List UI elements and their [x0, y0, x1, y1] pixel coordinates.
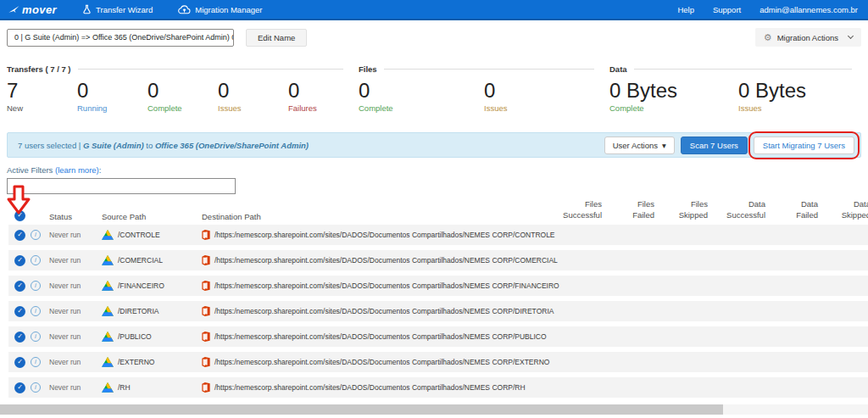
info-icon[interactable]: i [31, 230, 41, 240]
info-icon[interactable]: i [31, 357, 41, 367]
office-365-icon [202, 230, 210, 240]
rocket-icon [8, 5, 19, 14]
row-source-path: /CONTROLE [102, 230, 202, 240]
row-status: Never run [49, 231, 102, 239]
migration-select-value: 0 | G Suite (Admin) => Office 365 (OneDr… [14, 33, 234, 42]
destination-path-text: /https:/nemescorp.sharepoint.com/sites/D… [214, 358, 549, 366]
selection-separator: | [79, 141, 81, 150]
col-data-skipped[interactable]: DataSkipped [818, 199, 868, 221]
stat-complete: 0Complete [147, 80, 218, 113]
stat-new-value: 7 [7, 80, 77, 101]
col-files-failed[interactable]: FilesFailed [602, 199, 654, 221]
scan-users-button[interactable]: Scan 7 Users [681, 137, 748, 154]
row-destination-path: /https:/nemescorp.sharepoint.com/sites/D… [202, 255, 553, 265]
row-checkbox[interactable]: ✓ [14, 230, 25, 241]
office-365-icon [202, 357, 210, 367]
row-source-path: /PUBLICO [102, 332, 202, 342]
horizontal-scrollbar-thumb[interactable] [0, 404, 723, 415]
nav-support-link[interactable]: Support [713, 5, 741, 14]
row-checkbox[interactable]: ✓ [14, 255, 25, 266]
stat-files-complete-label: Complete [359, 103, 484, 113]
source-path-text: /EXTERNO [118, 358, 154, 366]
info-icon[interactable]: i [31, 306, 41, 316]
colon: : [99, 165, 102, 175]
migration-select[interactable]: 0 | G Suite (Admin) => Office 365 (OneDr… [7, 29, 234, 47]
stats-panel: Transfers ( 7 / 7 ) 7New 0Running 0Compl… [7, 64, 861, 113]
col-source-path[interactable]: Source Path [102, 212, 202, 221]
selection-text: 7 users selected | G Suite (Admin) to Of… [18, 141, 309, 150]
table-row: ✓ i Never run /EXTERNO /https:/nemescorp… [8, 352, 868, 372]
stat-data-issues: 0 BytesIssues [738, 80, 867, 113]
office-365-icon [202, 255, 210, 265]
row-status: Never run [49, 281, 102, 290]
nav-right: Help Support admin@allannemes.com.br [677, 5, 858, 14]
stat-data-issues-label: Issues [738, 103, 867, 113]
row-checkbox[interactable]: ✓ [14, 382, 25, 393]
stat-failures: 0Failures [288, 80, 359, 113]
office-365-icon [202, 382, 210, 393]
stat-issues-label: Issues [218, 103, 288, 113]
col-status[interactable]: Status [49, 212, 102, 221]
row-destination-path: /https:/nemescorp.sharepoint.com/sites/D… [202, 382, 553, 393]
col-data-successful[interactable]: DataSuccessful [708, 199, 765, 221]
source-path-text: /PUBLICO [118, 332, 152, 341]
table-row: ✓ i Never run /FINANCEIRO /https:/nemesc… [8, 276, 868, 296]
gear-icon: ⚙ [764, 33, 772, 42]
row-checkbox[interactable]: ✓ [14, 357, 25, 368]
selection-to: to [146, 141, 153, 150]
users-table: ✓ Status Source Path Destination Path Fi… [0, 199, 868, 398]
stat-files-complete-value: 0 [359, 80, 484, 101]
nav-account-menu[interactable]: admin@allannemes.com.br [760, 5, 858, 14]
user-actions-button[interactable]: User Actions ▾ [604, 137, 675, 154]
col-destination-path[interactable]: Destination Path [202, 212, 553, 221]
stats-data-group: Data 0 BytesComplete 0 BytesIssues [609, 64, 867, 113]
top-nav: mover Transfer Wizard Migration Manager … [0, 0, 868, 20]
stats-transfers-group: Transfers ( 7 / 7 ) 7New 0Running 0Compl… [7, 64, 359, 113]
nav-migration-manager[interactable]: Migration Manager [178, 5, 262, 14]
stat-data-complete-value: 0 Bytes [609, 80, 738, 101]
active-filters-label: Active Filters [7, 165, 53, 175]
divider [78, 69, 343, 70]
info-icon[interactable]: i [31, 382, 41, 393]
mover-logo[interactable]: mover [8, 3, 57, 16]
google-drive-icon [102, 306, 114, 316]
stat-data-issues-value: 0 Bytes [738, 80, 867, 101]
source-path-text: /RH [118, 383, 131, 392]
destination-path-text: /https:/nemescorp.sharepoint.com/sites/D… [214, 281, 559, 290]
info-icon[interactable]: i [31, 332, 41, 342]
chevron-down-icon [848, 33, 854, 39]
filters-input[interactable] [7, 178, 236, 194]
learn-more-link[interactable]: (learn more) [55, 165, 99, 175]
selection-count: 7 users selected [18, 141, 76, 150]
google-drive-icon [102, 357, 114, 367]
office-365-icon [202, 281, 210, 291]
google-drive-icon [102, 332, 114, 342]
destination-path-text: /https:/nemescorp.sharepoint.com/sites/D… [214, 383, 526, 392]
stat-complete-label: Complete [147, 103, 218, 113]
nav-transfer-wizard[interactable]: Transfer Wizard [82, 4, 153, 14]
col-files-successful[interactable]: FilesSuccessful [553, 199, 602, 221]
stats-files-group: Files 0Complete 0Issues [359, 64, 609, 113]
stat-new-label: New [7, 103, 77, 113]
flask-icon [82, 4, 92, 14]
table-row: ✓ i Never run /COMERCIAL /https:/nemesco… [8, 250, 868, 270]
selection-bar: 7 users selected | G Suite (Admin) to Of… [7, 132, 861, 158]
row-status: Never run [49, 358, 102, 366]
row-checkbox[interactable]: ✓ [14, 332, 25, 343]
info-icon[interactable]: i [31, 255, 41, 265]
stat-files-issues-value: 0 [484, 80, 609, 101]
col-data-failed[interactable]: DataFailed [765, 199, 818, 221]
col-files-skipped[interactable]: FilesSkipped [654, 199, 708, 221]
info-icon[interactable]: i [31, 281, 41, 291]
row-checkbox[interactable]: ✓ [14, 281, 25, 292]
start-migrating-button[interactable]: Start Migrating 7 Users [754, 137, 854, 154]
destination-path-text: /https:/nemescorp.sharepoint.com/sites/D… [214, 332, 547, 341]
nav-help-link[interactable]: Help [677, 5, 694, 14]
edit-name-button[interactable]: Edit Name [246, 29, 307, 47]
stat-issues: 0Issues [218, 80, 288, 113]
toolbar: 0 | G Suite (Admin) => Office 365 (OneDr… [0, 20, 868, 47]
stat-failures-label: Failures [288, 103, 359, 113]
migration-actions-button[interactable]: ⚙ Migration Actions [755, 28, 861, 47]
row-checkbox[interactable]: ✓ [14, 306, 25, 317]
logo-text: mover [22, 3, 57, 16]
